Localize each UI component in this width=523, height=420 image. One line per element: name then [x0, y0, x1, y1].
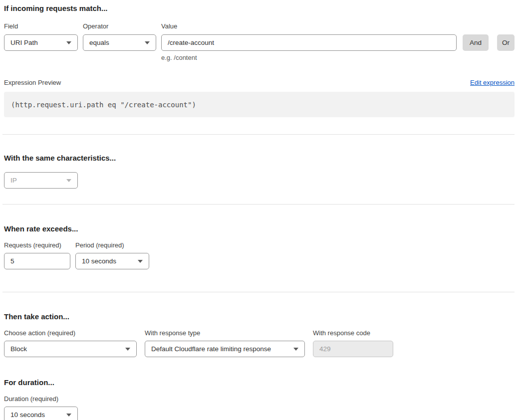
chevron-down-icon [125, 348, 130, 351]
rate-limiting-rule-form: If incoming requests match... Field URI … [0, 0, 523, 420]
match-expression-row: Field URI Path Operator equals Value e.g… [4, 22, 515, 62]
section-duration: For duration... Duration (required) 10 s… [4, 378, 515, 420]
response-code-input [313, 341, 393, 357]
duration-select-value: 10 seconds [10, 411, 45, 419]
expression-preview-header: Expression Preview Edit expression [4, 79, 515, 86]
operator-select-value: equals [89, 39, 109, 46]
characteristics-title: With the same characteristics... [4, 154, 515, 163]
characteristic-select: IP [4, 172, 78, 189]
requests-column: Requests (required) [4, 241, 70, 269]
response-code-column: With response code [313, 329, 393, 357]
value-label: Value [161, 22, 457, 30]
field-select[interactable]: URI Path [4, 34, 78, 51]
operator-label: Operator [83, 22, 156, 30]
response-type-column: With response type Default Cloudflare ra… [145, 329, 305, 357]
chevron-down-icon [145, 41, 150, 44]
choose-action-label: Choose action (required) [4, 329, 137, 337]
duration-label: Duration (required) [4, 395, 78, 403]
or-button[interactable]: Or [497, 34, 515, 51]
field-select-value: URI Path [10, 39, 38, 46]
section-divider [2, 204, 515, 205]
field-label: Field [4, 22, 78, 30]
section-divider [2, 134, 515, 135]
period-select-value: 10 seconds [82, 257, 116, 265]
section-incoming-requests: If incoming requests match... Field URI … [4, 4, 515, 117]
chevron-down-icon [293, 348, 298, 351]
field-column: Field URI Path [4, 22, 78, 51]
response-type-select[interactable]: Default Cloudflare rate limiting respons… [145, 341, 305, 357]
chevron-down-icon [66, 414, 71, 417]
response-code-label: With response code [313, 329, 393, 337]
value-input[interactable] [161, 34, 457, 51]
choose-action-select-value: Block [10, 345, 27, 353]
response-type-label: With response type [145, 329, 305, 337]
period-column: Period (required) 10 seconds [75, 241, 149, 269]
action-row: Choose action (required) Block With resp… [4, 329, 515, 357]
rate-title: When rate exceeds... [4, 224, 515, 233]
expression-preview-box: (http.request.uri.path eq "/create-accou… [4, 92, 515, 117]
chevron-down-icon [66, 179, 71, 182]
operator-column: Operator equals [83, 22, 156, 51]
value-column: Value e.g. /content [161, 22, 457, 62]
characteristic-select-value: IP [10, 177, 17, 184]
value-hint: e.g. /content [161, 54, 457, 62]
response-type-select-value: Default Cloudflare rate limiting respons… [151, 345, 271, 353]
and-button[interactable]: And [463, 34, 489, 51]
expression-preview-label: Expression Preview [4, 79, 61, 86]
chevron-down-icon [66, 41, 71, 44]
edit-expression-link[interactable]: Edit expression [470, 79, 515, 86]
expression-text: (http.request.uri.path eq "/create-accou… [11, 101, 196, 109]
duration-title: For duration... [4, 378, 515, 387]
conjunction-buttons: And Or [463, 22, 515, 51]
section-characteristics: With the same characteristics... IP [4, 154, 515, 189]
incoming-requests-title: If incoming requests match... [4, 4, 515, 13]
duration-select[interactable]: 10 seconds [4, 407, 78, 420]
duration-column: Duration (required) 10 seconds [4, 395, 78, 420]
choose-action-column: Choose action (required) Block [4, 329, 137, 357]
section-divider [2, 292, 515, 292]
section-rate: When rate exceeds... Requests (required)… [4, 224, 515, 269]
action-title: Then take action... [4, 312, 515, 321]
choose-action-select[interactable]: Block [4, 341, 137, 357]
requests-input[interactable] [4, 253, 70, 269]
chevron-down-icon [138, 260, 143, 263]
section-action: Then take action... Choose action (requi… [4, 312, 515, 357]
requests-label: Requests (required) [4, 241, 70, 249]
period-label: Period (required) [75, 241, 149, 249]
operator-select[interactable]: equals [83, 34, 156, 51]
period-select[interactable]: 10 seconds [75, 253, 149, 269]
rate-row: Requests (required) Period (required) 10… [4, 241, 515, 269]
